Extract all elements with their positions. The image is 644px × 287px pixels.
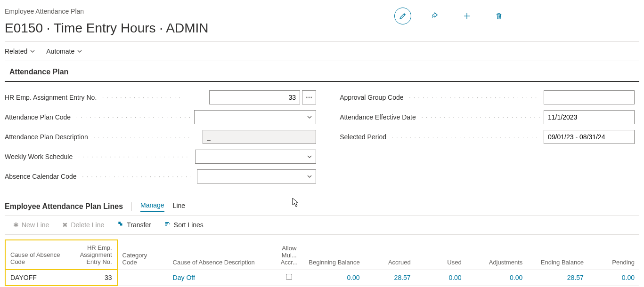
approval-group-label: Approval Group Code [340, 94, 405, 101]
col-beginning-balance[interactable]: Beginning Balance [303, 240, 365, 270]
col-ending-balance[interactable]: Ending Balance [527, 240, 588, 270]
related-menu[interactable]: Related [5, 48, 35, 55]
lines-section-title: Employee Attendance Plan Lines [5, 202, 123, 211]
ellipsis-icon: ⋯ [306, 94, 312, 101]
tab-line[interactable]: Line [173, 202, 185, 211]
attendance-plan-desc-input [203, 130, 316, 144]
col-cause-of-absence-code[interactable]: Cause of Absence Code [5, 240, 66, 270]
hr-emp-assignment-input[interactable] [209, 90, 300, 104]
new-line-button[interactable]: ✱ New Line [13, 221, 49, 229]
chevron-down-icon [307, 154, 312, 159]
edit-button[interactable] [394, 8, 411, 24]
new-line-icon: ✱ [13, 221, 19, 229]
chevron-down-icon [307, 174, 312, 179]
sort-icon [164, 221, 171, 229]
col-allow-mul[interactable]: Allow Mul... Accr... [275, 240, 303, 270]
tab-manage[interactable]: Manage [140, 201, 164, 212]
delete-button[interactable] [490, 8, 507, 24]
absence-calendar-code-select[interactable] [197, 169, 316, 183]
automate-menu[interactable]: Automate [46, 48, 82, 55]
approval-group-input[interactable] [544, 90, 635, 104]
cell-ending-bal[interactable]: 28.57 [527, 270, 588, 286]
attendance-plan-code-label: Attendance Plan Code [5, 113, 73, 121]
absence-calendar-code-label: Absence Calendar Code [5, 173, 79, 180]
col-category-code[interactable]: Category Code [117, 240, 168, 270]
chevron-down-icon [307, 115, 312, 120]
table-row[interactable]: DAYOFF 33 Day Off 0.00 28.57 0.00 0.00 2… [5, 270, 639, 286]
cell-adjustments[interactable]: 0.00 [466, 270, 528, 286]
cell-cause-code[interactable]: DAYOFF [5, 270, 66, 286]
chevron-down-icon [77, 49, 82, 54]
col-used[interactable]: Used [416, 240, 466, 270]
cell-hr-emp-no[interactable]: 33 [66, 270, 117, 286]
col-adjustments[interactable]: Adjustments [466, 240, 528, 270]
col-pending[interactable]: Pending [588, 240, 639, 270]
weekly-work-schedule-select[interactable] [195, 150, 316, 164]
cursor-icon [292, 198, 300, 208]
new-button[interactable] [458, 8, 475, 24]
selected-period-input[interactable] [544, 130, 635, 144]
page-title: E0150 · Time Entry Hours · ADMIN [5, 21, 209, 36]
cell-category[interactable] [117, 270, 168, 286]
weekly-work-schedule-label: Weekly Work Schedule [5, 153, 74, 160]
cell-pending[interactable]: 0.00 [588, 270, 639, 286]
col-hr-emp-entry-no[interactable]: HR Emp. Assignment Entry No. [66, 240, 117, 270]
hr-emp-lookup-button[interactable]: ⋯ [302, 90, 316, 104]
plus-icon [463, 12, 471, 20]
breadcrumb: Employee Attendance Plan [5, 8, 209, 15]
cell-used[interactable]: 0.00 [416, 270, 466, 286]
share-icon [431, 12, 439, 20]
cell-begin-bal[interactable]: 0.00 [303, 270, 365, 286]
pencil-icon [399, 12, 407, 20]
attendance-plan-section-title: Attendance Plan [5, 61, 639, 82]
cell-allow-mul[interactable] [275, 270, 303, 286]
transfer-icon [117, 221, 124, 229]
attendance-effective-date-input[interactable] [544, 110, 635, 124]
delete-line-button[interactable]: ✖ Delete Line [62, 221, 104, 229]
allow-mul-checkbox[interactable] [286, 274, 292, 280]
trash-icon [495, 12, 503, 20]
selected-period-label: Selected Period [340, 133, 388, 141]
hr-emp-assignment-label: HR Emp. Assignment Entry No. [5, 94, 98, 101]
cell-cause-desc[interactable]: Day Off [168, 270, 275, 286]
transfer-button[interactable]: Transfer [117, 221, 151, 229]
cell-accrued[interactable]: 28.57 [365, 270, 416, 286]
col-accrued[interactable]: Accrued [365, 240, 416, 270]
chevron-down-icon [30, 49, 35, 54]
delete-line-icon: ✖ [62, 221, 68, 229]
attendance-plan-code-select[interactable] [194, 110, 317, 124]
share-button[interactable] [426, 8, 443, 24]
attendance-effective-date-label: Attendance Effective Date [340, 113, 418, 121]
attendance-plan-desc-label: Attendance Plan Description [5, 133, 90, 141]
sort-lines-button[interactable]: Sort Lines [164, 221, 204, 229]
col-cause-of-absence-desc[interactable]: Cause of Absence Description [168, 240, 275, 270]
